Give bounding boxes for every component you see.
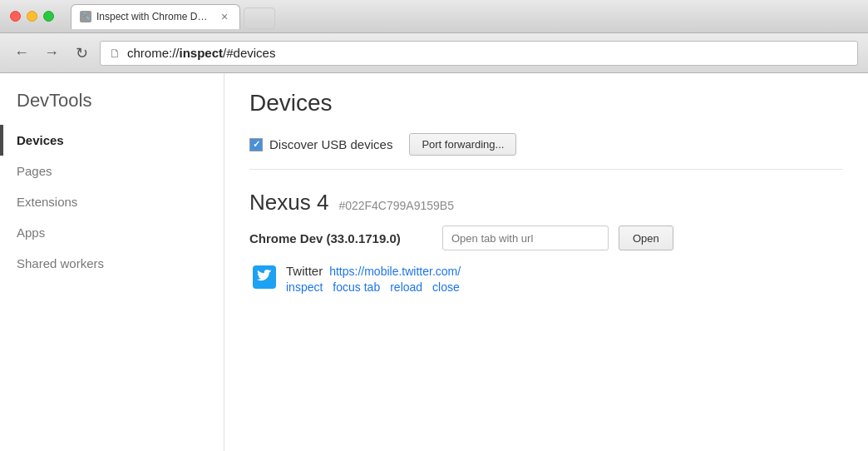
inspect-link[interactable]: inspect	[286, 280, 323, 294]
sidebar-item-extensions[interactable]: Extensions	[0, 186, 224, 217]
reload-link[interactable]: reload	[390, 280, 422, 294]
discover-usb-row: Discover USB devices Port forwarding...	[249, 133, 843, 170]
minimize-window-button[interactable]	[27, 11, 37, 22]
reload-button[interactable]: ↻	[70, 42, 93, 65]
main-heading: Devices	[249, 90, 843, 116]
address-prefix: chrome://	[127, 46, 180, 60]
port-forwarding-button[interactable]: Port forwarding...	[409, 133, 516, 156]
page-name: Twitter	[286, 264, 323, 278]
address-bold: inspect	[180, 46, 224, 60]
main-content: Devices Discover USB devices Port forwar…	[224, 73, 868, 451]
sidebar-item-pages[interactable]: Pages	[0, 156, 224, 186]
tab-bar: 🔧 Inspect with Chrome Devel ×	[71, 4, 275, 29]
browser-row: Chrome Dev (33.0.1719.0) Open	[249, 226, 843, 250]
device-heading: Nexus 4 #022F4C799A9159B5	[249, 190, 843, 216]
sidebar-title: DevTools	[0, 90, 224, 125]
title-bar: 🔧 Inspect with Chrome Devel ×	[0, 0, 868, 33]
device-name: Nexus 4	[249, 190, 328, 216]
close-window-button[interactable]	[10, 11, 21, 22]
reload-icon: ↻	[76, 44, 88, 62]
focus-tab-link[interactable]: focus tab	[333, 280, 380, 294]
page-actions: inspect focus tab reload close	[286, 280, 461, 294]
page-row: Twitter https://mobile.twitter.com/ insp…	[253, 264, 843, 294]
tab-favicon: 🔧	[80, 11, 91, 22]
page-info: Twitter https://mobile.twitter.com/ insp…	[286, 264, 461, 294]
open-tab-url-input[interactable]	[442, 226, 609, 250]
tab-title: Inspect with Chrome Devel	[96, 11, 213, 22]
tab-close-button[interactable]: ×	[221, 10, 228, 23]
maximize-window-button[interactable]	[43, 11, 54, 22]
forward-icon: →	[44, 44, 59, 62]
active-tab[interactable]: 🔧 Inspect with Chrome Devel ×	[71, 4, 240, 29]
device-id: #022F4C799A9159B5	[338, 199, 454, 212]
back-button[interactable]: ←	[10, 42, 33, 65]
discover-usb-label: Discover USB devices	[269, 137, 392, 151]
sidebar-item-shared-workers[interactable]: Shared workers	[0, 248, 224, 279]
twitter-icon	[253, 265, 276, 289]
traffic-lights	[10, 11, 54, 22]
address-bar[interactable]: 🗋 chrome://inspect/#devices	[100, 41, 858, 66]
sidebar-item-apps[interactable]: Apps	[0, 217, 224, 248]
browser-label: Chrome Dev (33.0.1719.0)	[249, 231, 432, 245]
discover-usb-checkbox[interactable]	[249, 138, 263, 151]
page-icon: 🗋	[109, 47, 121, 60]
forward-button[interactable]: →	[40, 42, 63, 65]
address-suffix: /#devices	[223, 46, 275, 60]
back-icon: ←	[14, 44, 29, 62]
discover-usb-checkbox-wrapper[interactable]: Discover USB devices	[249, 137, 392, 151]
open-tab-button[interactable]: Open	[619, 226, 673, 250]
sidebar-item-devices[interactable]: Devices	[0, 125, 224, 156]
page-title-row: Twitter https://mobile.twitter.com/	[286, 264, 461, 278]
page-url: https://mobile.twitter.com/	[329, 265, 461, 278]
nav-bar: ← → ↻ 🗋 chrome://inspect/#devices	[0, 33, 868, 73]
content-area: DevTools Devices Pages Extensions Apps S…	[0, 73, 868, 451]
address-text: chrome://inspect/#devices	[127, 46, 275, 60]
sidebar: DevTools Devices Pages Extensions Apps S…	[0, 73, 224, 451]
new-tab-button[interactable]	[244, 7, 275, 29]
close-link[interactable]: close	[432, 280, 460, 294]
